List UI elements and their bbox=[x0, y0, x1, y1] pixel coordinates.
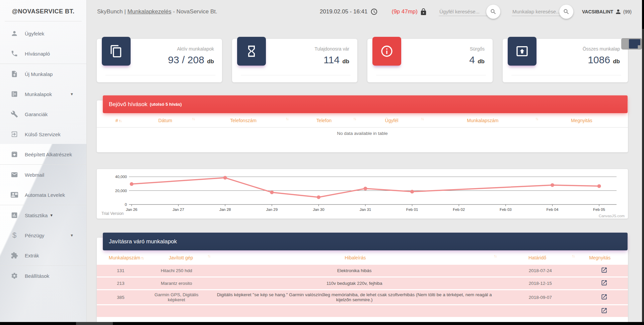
file-plus-icon bbox=[11, 70, 18, 78]
column-header-telefonsz-m[interactable]: Telefonszám↑↓ bbox=[197, 118, 290, 123]
info-icon bbox=[380, 45, 393, 58]
svg-text:Feb 05: Feb 05 bbox=[593, 208, 605, 212]
sort-arrows-icon[interactable]: ↑↓ bbox=[192, 116, 195, 121]
sidebar-item-be-ll-t-sok[interactable]: Beállítások bbox=[0, 266, 86, 286]
sidebar-item-be-p-tett-alkatr-szek[interactable]: Beépített Alkatrészek bbox=[0, 144, 86, 164]
sort-arrows-icon[interactable]: ↑↓ bbox=[119, 118, 122, 123]
svg-text:Feb 01: Feb 01 bbox=[406, 208, 418, 212]
sort-arrows-icon[interactable]: ↑↓ bbox=[535, 116, 538, 121]
sort-arrows-icon[interactable]: ↑↓ bbox=[353, 116, 356, 121]
cell-id bbox=[97, 309, 145, 313]
stat-card--sszes-munkalap[interactable]: Összes munkalap1086 db bbox=[503, 39, 628, 82]
stat-card-label: Aktív munkalapok bbox=[168, 46, 214, 52]
vertical-scrollbar[interactable] bbox=[642, 0, 644, 322]
cell-device: Marantz erosito bbox=[145, 279, 208, 288]
open-worksheet-button[interactable] bbox=[601, 279, 607, 286]
column-header-label: Telefonszám bbox=[230, 118, 257, 123]
sidebar-item-garanci-k[interactable]: Garanciák bbox=[0, 104, 86, 124]
sidebar-item-munkalapok[interactable]: Munkalapok▼ bbox=[0, 84, 86, 104]
sidebar-item-label: Statisztika bbox=[25, 213, 48, 218]
cell-device bbox=[145, 309, 208, 313]
sort-arrows-icon[interactable]: ↑↓ bbox=[141, 256, 144, 260]
person-icon bbox=[11, 30, 18, 37]
launch-icon bbox=[601, 267, 607, 273]
column-header-telefon[interactable]: Telefon↑↓ bbox=[290, 118, 358, 123]
open-worksheet-button[interactable] bbox=[601, 267, 607, 273]
vertical-scrollbar-thumb[interactable] bbox=[642, 0, 644, 29]
line-chart: 020,00040,000Jan 26Jan 27Jan 28Jan 29Jan… bbox=[97, 169, 628, 219]
sidebar-item-label: Pénzügy bbox=[25, 233, 44, 238]
column-header-jav-tott-g-p[interactable]: Javított gép↑↓ bbox=[150, 255, 212, 260]
sidebar-item-statisztika[interactable]: Statisztika▼ bbox=[0, 205, 86, 225]
column-header--gyf-l[interactable]: Ügyfél↑↓ bbox=[358, 118, 425, 123]
page-title-link[interactable]: Munkalapkezelés bbox=[127, 8, 171, 15]
stat-card-tulajdonosra-v-r[interactable]: Tulajdonosra vár114 db bbox=[232, 39, 357, 82]
stat-card-akt-v-munkalapok[interactable]: Aktív munkalapok93 / 208 db bbox=[97, 39, 222, 82]
gear-icon bbox=[11, 272, 18, 279]
horizontal-scrollbar[interactable] bbox=[0, 322, 644, 325]
chevron-down-icon: ▼ bbox=[50, 213, 53, 217]
cell-issue bbox=[208, 309, 500, 313]
column-header-d-tum[interactable]: Dátum↑↓ bbox=[134, 118, 196, 123]
customer-search-button[interactable] bbox=[486, 5, 500, 19]
cell-deadline bbox=[500, 309, 580, 313]
sidebar-item-webmail[interactable]: Webmail bbox=[0, 165, 86, 185]
lock-icon[interactable] bbox=[420, 8, 427, 16]
sort-arrows-icon[interactable]: ↑↓ bbox=[572, 254, 574, 258]
column-header-megnyit-s: Megnyitás bbox=[540, 118, 623, 123]
sidebar-divider bbox=[5, 21, 82, 21]
customer-search-input[interactable] bbox=[439, 7, 489, 16]
column-header-munkalapsz-m[interactable]: Munkalapszám↑↓ bbox=[103, 255, 150, 260]
sidebar-item--gyfelek[interactable]: Ügyfelek bbox=[0, 23, 86, 44]
datetime-text: 2019.02.05 - 16:41 bbox=[320, 8, 368, 15]
column-header-label: Munkalapszám bbox=[109, 255, 140, 260]
svg-text:Feb 03: Feb 03 bbox=[500, 208, 512, 212]
chart-brand-watermark[interactable]: CanvasJS.com bbox=[599, 214, 625, 218]
horizontal-scrollbar-thumb[interactable] bbox=[76, 322, 113, 325]
sidebar-item-p-nz-gy[interactable]: $Pénzügy▼ bbox=[0, 225, 86, 245]
stat-card-icon-tile bbox=[372, 37, 401, 66]
sort-arrows-icon[interactable]: ↑↓ bbox=[207, 254, 210, 258]
sidebar-item--j-munkalap[interactable]: Új Munkalap bbox=[0, 64, 86, 84]
sidebar-item-extr-k[interactable]: Extrák bbox=[0, 245, 86, 265]
sidebar-item-label: Ügyfelek bbox=[25, 31, 44, 36]
sort-desc-icon: ↓ bbox=[193, 116, 195, 121]
document-icon bbox=[11, 90, 18, 98]
svg-text:Feb 02: Feb 02 bbox=[453, 208, 465, 212]
worksheet-search-button[interactable] bbox=[559, 5, 573, 19]
sort-arrows-icon[interactable]: ↑↓ bbox=[494, 254, 496, 258]
calls-empty-state: No data available in table bbox=[97, 128, 628, 136]
cell-deadline: 2018-09-07 bbox=[500, 293, 580, 302]
column-header-munkalapsz-m[interactable]: Munkalapszám↑↓ bbox=[425, 118, 540, 123]
open-worksheet-button[interactable] bbox=[601, 307, 607, 314]
cell-open bbox=[580, 305, 628, 317]
stat-card-s-rg-s[interactable]: Sürgős4 db bbox=[367, 39, 493, 82]
svg-text:Jan 29: Jan 29 bbox=[266, 208, 278, 212]
floating-note-widget[interactable] bbox=[621, 38, 642, 50]
svg-text:Jan 31: Jan 31 bbox=[360, 208, 371, 212]
sidebar-item-h-v-snapl-[interactable]: Hívásnapló bbox=[0, 44, 86, 64]
sort-arrows-icon[interactable]: ↑↓ bbox=[285, 116, 288, 121]
launch-icon bbox=[601, 294, 607, 300]
user-menu[interactable]: VACSIBALINT (99) bbox=[582, 8, 632, 15]
repairs-panel: Javításra váró munkalapok Munkalapszám↑↓… bbox=[97, 238, 628, 325]
column-header-hat-rid-[interactable]: Határidő↑↓ bbox=[498, 255, 576, 260]
sidebar-item-k-ls-szervizek[interactable]: Külső Szervizek bbox=[0, 124, 86, 144]
worksheet-search-input[interactable] bbox=[512, 7, 562, 16]
svg-text:20,000: 20,000 bbox=[115, 189, 127, 193]
sidebar-item-label: Munkalapok bbox=[25, 91, 52, 97]
open-worksheet-button[interactable] bbox=[601, 294, 607, 300]
stat-card-icon-tile bbox=[102, 37, 131, 66]
stat-card-label: Sürgős bbox=[469, 46, 485, 52]
sort-arrows-icon[interactable]: ↑↓ bbox=[421, 116, 423, 121]
search-icon bbox=[563, 8, 570, 15]
column-header-hibale-r-s[interactable]: Hibaleírás↑↓ bbox=[212, 255, 498, 260]
sidebar-item-automata-levelek[interactable]: Automata Levelek bbox=[0, 185, 86, 205]
launch-icon bbox=[601, 279, 607, 286]
svg-text:0: 0 bbox=[125, 202, 127, 207]
incoming-calls-panel: Bejövő hívások (utolsó 5 hívás) #↑↓Dátum… bbox=[97, 100, 628, 152]
contact-mail-icon bbox=[11, 191, 18, 198]
column-header-#[interactable]: #↑↓ bbox=[103, 118, 134, 123]
archive-icon bbox=[11, 151, 18, 158]
table-row: 131Hitachi 250 hddElektronika hibás2018-… bbox=[97, 265, 628, 277]
